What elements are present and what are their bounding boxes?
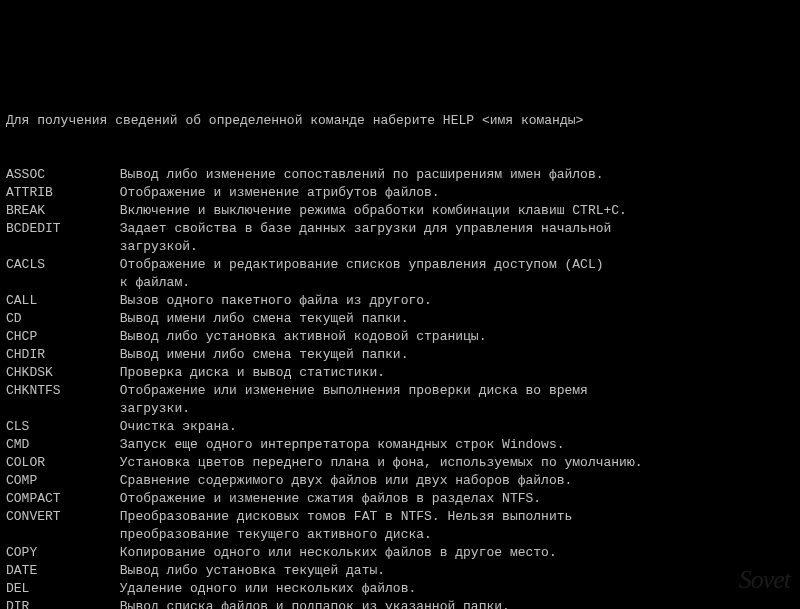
command-description: Преобразование дисковых томов FAT в NTFS… — [112, 508, 794, 526]
command-name: CHKDSK — [6, 364, 112, 382]
command-name: CONVERT — [6, 508, 112, 526]
command-description: Вывод либо изменение сопоставлений по ра… — [112, 166, 794, 184]
terminal-output[interactable]: Для получения сведений об определенной к… — [6, 76, 794, 609]
command-row: CLS Очистка экрана. — [6, 418, 794, 436]
command-row: к файлам. — [6, 274, 794, 292]
command-name — [6, 238, 112, 256]
command-description: Вызов одного пакетного файла из другого. — [112, 292, 794, 310]
command-description: Отображение и редактирование списков упр… — [112, 256, 794, 274]
command-description: Вывод списка файлов и подпапок из указан… — [112, 598, 794, 609]
command-name: DIR — [6, 598, 112, 609]
command-description: Установка цветов переднего плана и фона,… — [112, 454, 794, 472]
command-row: CD Вывод имени либо смена текущей папки. — [6, 310, 794, 328]
command-list: ASSOC Вывод либо изменение сопоставлений… — [6, 166, 794, 609]
command-row: CACLS Отображение и редактирование списк… — [6, 256, 794, 274]
command-description: загрузки. — [112, 400, 794, 418]
command-name: BCDEDIT — [6, 220, 112, 238]
command-name: COMP — [6, 472, 112, 490]
command-row: COMP Сравнение содержимого двух файлов и… — [6, 472, 794, 490]
command-row: CHCP Вывод либо установка активной кодов… — [6, 328, 794, 346]
command-description: Включение и выключение режима обработки … — [112, 202, 794, 220]
command-row: DEL Удаление одного или нескольких файло… — [6, 580, 794, 598]
command-name: CHDIR — [6, 346, 112, 364]
command-description: Отображение или изменение выполнения про… — [112, 382, 794, 400]
command-description: Очистка экрана. — [112, 418, 794, 436]
command-row: CONVERT Преобразование дисковых томов FA… — [6, 508, 794, 526]
command-name: CLS — [6, 418, 112, 436]
command-row: BREAK Включение и выключение режима обра… — [6, 202, 794, 220]
command-name — [6, 274, 112, 292]
command-name: CHKNTFS — [6, 382, 112, 400]
command-row: CMD Запуск еще одного интерпретатора ком… — [6, 436, 794, 454]
command-name: CMD — [6, 436, 112, 454]
command-row: загрузкой. — [6, 238, 794, 256]
command-description: Вывод либо установка активной кодовой ст… — [112, 328, 794, 346]
command-name: COLOR — [6, 454, 112, 472]
command-description: Вывод имени либо смена текущей папки. — [112, 310, 794, 328]
command-name: CALL — [6, 292, 112, 310]
command-row: ASSOC Вывод либо изменение сопоставлений… — [6, 166, 794, 184]
command-name: COPY — [6, 544, 112, 562]
command-name: CD — [6, 310, 112, 328]
command-row: COPY Копирование одного или нескольких ф… — [6, 544, 794, 562]
command-row: DATE Вывод либо установка текущей даты. — [6, 562, 794, 580]
command-description: Задает свойства в базе данных загрузки д… — [112, 220, 794, 238]
command-row: COLOR Установка цветов переднего плана и… — [6, 454, 794, 472]
command-description: преобразование текущего активного диска. — [112, 526, 794, 544]
command-description: Запуск еще одного интерпретатора командн… — [112, 436, 794, 454]
command-row: загрузки. — [6, 400, 794, 418]
command-description: Проверка диска и вывод статистики. — [112, 364, 794, 382]
command-row: CHDIR Вывод имени либо смена текущей пап… — [6, 346, 794, 364]
command-row: преобразование текущего активного диска. — [6, 526, 794, 544]
command-name — [6, 526, 112, 544]
command-description: Сравнение содержимого двух файлов или дв… — [112, 472, 794, 490]
command-name — [6, 400, 112, 418]
command-row: CHKDSK Проверка диска и вывод статистики… — [6, 364, 794, 382]
command-description: Отображение и изменение сжатия файлов в … — [112, 490, 794, 508]
command-name: ATTRIB — [6, 184, 112, 202]
command-name: CACLS — [6, 256, 112, 274]
command-description: Удаление одного или нескольких файлов. — [112, 580, 794, 598]
command-name: ASSOC — [6, 166, 112, 184]
command-description: к файлам. — [112, 274, 794, 292]
command-row: BCDEDIT Задает свойства в базе данных за… — [6, 220, 794, 238]
command-row: COMPACT Отображение и изменение сжатия ф… — [6, 490, 794, 508]
command-row: CHKNTFS Отображение или изменение выполн… — [6, 382, 794, 400]
command-row: DIR Вывод списка файлов и подпапок из ук… — [6, 598, 794, 609]
command-name: DEL — [6, 580, 112, 598]
command-name: DATE — [6, 562, 112, 580]
command-name: CHCP — [6, 328, 112, 346]
command-description: загрузкой. — [112, 238, 794, 256]
command-name: COMPACT — [6, 490, 112, 508]
intro-line: Для получения сведений об определенной к… — [6, 112, 794, 130]
command-description: Копирование одного или нескольких файлов… — [112, 544, 794, 562]
command-description: Вывод имени либо смена текущей папки. — [112, 346, 794, 364]
command-description: Вывод либо установка текущей даты. — [112, 562, 794, 580]
command-name: BREAK — [6, 202, 112, 220]
intro-text: Для получения сведений об определенной к… — [6, 112, 583, 130]
command-row: ATTRIB Отображение и изменение атрибутов… — [6, 184, 794, 202]
command-row: CALL Вызов одного пакетного файла из дру… — [6, 292, 794, 310]
command-description: Отображение и изменение атрибутов файлов… — [112, 184, 794, 202]
